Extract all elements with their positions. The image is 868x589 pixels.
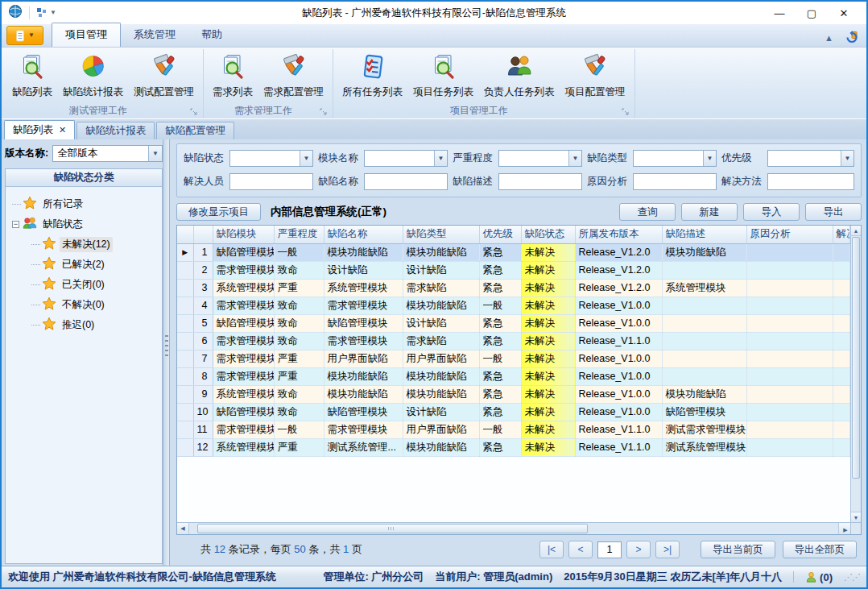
toolbar-action-button-1[interactable]: 查询 xyxy=(619,203,676,221)
table-cell[interactable]: 致命 xyxy=(274,385,324,403)
table-cell[interactable]: 系统管理模块 xyxy=(662,279,746,297)
table-cell[interactable]: 系统管理模块 xyxy=(213,438,274,456)
tree-expander-icon[interactable]: − xyxy=(12,221,19,228)
table-cell[interactable]: Release_V1.0.0 xyxy=(575,297,662,314)
table-cell[interactable]: 紧急 xyxy=(479,403,521,421)
table-row[interactable]: ▶1缺陷管理模块一般模块功能缺陷模块功能缺陷紧急未解决Release_V1.2.… xyxy=(177,243,850,261)
table-cell[interactable]: 模块功能缺陷 xyxy=(324,367,403,385)
table-cell[interactable]: 系统管理模块 xyxy=(213,385,274,403)
ribbon-button[interactable]: 项目配置管理 xyxy=(561,51,630,101)
row-number-cell[interactable]: 2 xyxy=(193,261,213,279)
row-number-cell[interactable]: 5 xyxy=(193,314,213,332)
row-indicator-cell[interactable] xyxy=(177,314,193,332)
table-cell[interactable]: 致命 xyxy=(274,332,324,350)
hscroll-thumb[interactable] xyxy=(197,524,588,533)
ribbon-button[interactable]: 项目任务列表 xyxy=(409,51,477,101)
page-number-input[interactable] xyxy=(597,541,622,558)
table-cell[interactable] xyxy=(833,279,850,297)
table-cell[interactable] xyxy=(746,350,833,367)
table-row[interactable]: 8需求管理模块严重模块功能缺陷模块功能缺陷紧急未解决Release_V1.0.0 xyxy=(177,367,850,385)
column-header[interactable]: 缺陷名称 xyxy=(324,226,403,243)
first-page-button[interactable]: |< xyxy=(539,541,564,558)
table-cell[interactable]: 用户界面缺陷 xyxy=(403,350,479,367)
last-page-button[interactable]: >| xyxy=(655,541,680,558)
filter-input[interactable] xyxy=(633,173,717,190)
table-cell[interactable]: 未解决 xyxy=(521,438,575,456)
table-cell[interactable] xyxy=(833,261,850,279)
table-cell[interactable]: 缺陷管理模块 xyxy=(662,403,746,421)
table-cell[interactable]: 需求管理模块 xyxy=(324,297,403,314)
table-cell[interactable]: 需求管理模块 xyxy=(324,332,403,350)
table-row[interactable]: 11需求管理模块一般需求管理模块用户界面缺陷一般未解决Release_V1.1.… xyxy=(177,421,850,438)
table-cell[interactable]: Release_V1.1.0 xyxy=(575,421,662,438)
export-current-page-button[interactable]: 导出当前页 xyxy=(701,541,775,558)
toolbar-action-button-2[interactable]: 新建 xyxy=(681,203,738,221)
table-cell[interactable]: 设计缺陷 xyxy=(403,314,479,332)
table-cell[interactable]: Release_V1.1.0 xyxy=(575,438,662,456)
table-cell[interactable] xyxy=(662,261,746,279)
column-header[interactable]: 所属发布版本 xyxy=(575,226,662,243)
table-cell[interactable]: 未解决 xyxy=(521,332,575,350)
column-header[interactable]: 严重程度 xyxy=(274,226,324,243)
row-indicator-cell[interactable] xyxy=(177,367,193,385)
tree-item[interactable]: 所有记录 xyxy=(10,194,160,214)
chevron-down-icon[interactable]: ▼ xyxy=(300,151,312,166)
table-cell[interactable]: 缺陷管理模块 xyxy=(324,314,403,332)
table-cell[interactable]: 需求管理模块 xyxy=(213,261,274,279)
table-cell[interactable]: 设计缺陷 xyxy=(324,261,403,279)
modify-columns-button[interactable]: 修改显示项目 xyxy=(176,203,261,221)
table-cell[interactable]: 未解决 xyxy=(521,350,575,367)
row-number-cell[interactable]: 9 xyxy=(193,385,213,403)
table-cell[interactable]: 紧急 xyxy=(479,261,521,279)
column-header[interactable]: 解决方法 xyxy=(833,226,850,243)
chevron-down-icon[interactable]: ▼ xyxy=(568,151,581,166)
table-cell[interactable]: 致命 xyxy=(274,261,324,279)
table-cell[interactable]: 致命 xyxy=(274,297,324,314)
ribbon-button[interactable]: 负责人任务列表 xyxy=(480,51,559,101)
tree-item[interactable]: 推迟(0) xyxy=(10,315,160,335)
table-cell[interactable]: 模块功能缺陷 xyxy=(403,438,479,456)
table-cell[interactable] xyxy=(833,332,850,350)
doc-tab-2[interactable]: 缺陷统计报表 xyxy=(76,122,155,139)
table-cell[interactable] xyxy=(746,314,833,332)
table-cell[interactable]: 系统管理模块 xyxy=(324,279,403,297)
table-cell[interactable]: 紧急 xyxy=(479,385,521,403)
table-cell[interactable] xyxy=(746,438,833,456)
table-cell[interactable]: 用户界面缺陷 xyxy=(324,350,403,367)
filter-input[interactable] xyxy=(767,173,854,190)
splitter[interactable] xyxy=(163,139,170,566)
table-cell[interactable]: 模块功能缺陷 xyxy=(662,243,746,261)
table-cell[interactable]: 致命 xyxy=(274,403,324,421)
table-cell[interactable]: 测试系统管理... xyxy=(324,438,403,456)
table-row[interactable]: 7需求管理模块严重用户界面缺陷用户界面缺陷一般未解决Release_V1.0.0 xyxy=(177,350,850,367)
table-cell[interactable] xyxy=(662,297,746,314)
table-cell[interactable]: 缺陷管理模块 xyxy=(324,403,403,421)
table-cell[interactable]: 缺陷管理模块 xyxy=(213,403,274,421)
filter-input[interactable] xyxy=(498,173,582,190)
table-cell[interactable]: 未解决 xyxy=(521,367,575,385)
column-header[interactable]: 缺陷类型 xyxy=(403,226,479,243)
tree-item[interactable]: 已关闭(0) xyxy=(10,275,160,295)
table-cell[interactable] xyxy=(833,297,850,314)
filter-input[interactable] xyxy=(364,173,448,190)
table-cell[interactable] xyxy=(746,332,833,350)
table-cell[interactable]: 系统管理模块 xyxy=(213,279,274,297)
row-indicator-cell[interactable] xyxy=(177,279,193,297)
table-cell[interactable] xyxy=(746,367,833,385)
table-row[interactable]: 4需求管理模块致命需求管理模块模块功能缺陷一般未解决Release_V1.0.0 xyxy=(177,297,850,314)
dialog-launcher-icon[interactable] xyxy=(320,107,328,115)
column-header[interactable] xyxy=(193,226,213,243)
table-cell[interactable]: 严重 xyxy=(274,367,324,385)
table-cell[interactable]: 严重 xyxy=(274,279,324,297)
table-row[interactable]: 10缺陷管理模块致命缺陷管理模块设计缺陷紧急未解决Release_V1.0.0缺… xyxy=(177,403,850,421)
close-button[interactable]: ✕ xyxy=(828,3,860,23)
table-cell[interactable]: Release_V1.0.0 xyxy=(575,367,662,385)
scroll-left-icon[interactable]: ◀ xyxy=(177,523,189,534)
table-cell[interactable]: 缺陷管理模块 xyxy=(213,314,274,332)
table-cell[interactable] xyxy=(833,350,850,367)
tree-item[interactable]: −缺陷状态 xyxy=(10,214,160,234)
next-page-button[interactable]: > xyxy=(626,541,651,558)
table-cell[interactable] xyxy=(662,332,746,350)
table-row[interactable]: 6需求管理模块致命需求管理模块需求缺陷紧急未解决Release_V1.1.0 xyxy=(177,332,850,350)
table-cell[interactable]: 严重 xyxy=(274,350,324,367)
